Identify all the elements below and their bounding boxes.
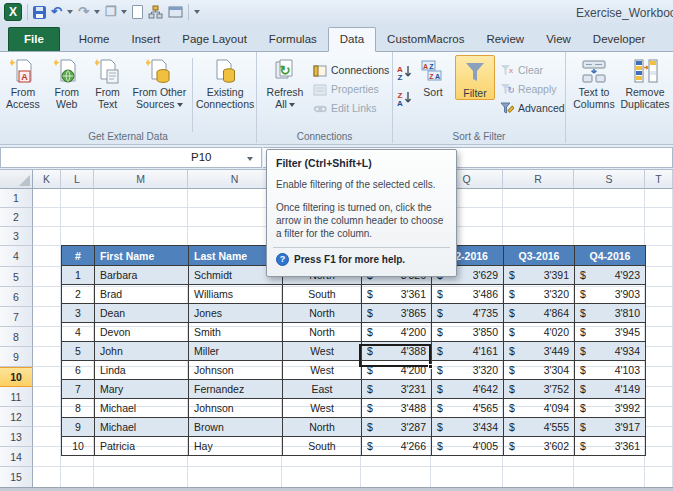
table-cell[interactable]: Williams <box>189 285 283 304</box>
table-cell[interactable]: Patricia <box>95 437 189 456</box>
cell-k14[interactable] <box>33 447 61 467</box>
tab-file[interactable]: File <box>8 27 60 51</box>
table-cell[interactable]: $4'161 <box>432 342 504 361</box>
horizontal-scrollbar-edge[interactable] <box>0 487 673 491</box>
table-cell[interactable]: Smith <box>189 323 283 342</box>
table-cell[interactable]: $3'361 <box>362 285 432 304</box>
org-chart-icon[interactable] <box>148 5 163 20</box>
from-access-button[interactable]: A From Access <box>0 55 46 110</box>
table-cell[interactable]: Linda <box>95 361 189 380</box>
table-cell[interactable]: John <box>95 342 189 361</box>
table-cell[interactable]: $3'810 <box>575 304 646 323</box>
table-cell[interactable]: Miller <box>189 342 283 361</box>
table-cell[interactable]: $3'850 <box>432 323 504 342</box>
table-cell[interactable]: South <box>283 437 362 456</box>
cell-t13[interactable] <box>645 427 673 447</box>
tab-custommacros[interactable]: CustomMacros <box>376 28 475 51</box>
existing-connections-button[interactable]: Existing Connections <box>194 55 256 110</box>
tab-page-layout[interactable]: Page Layout <box>171 28 258 51</box>
table-cell[interactable]: $4'005 <box>432 437 504 456</box>
cell-o15[interactable] <box>282 467 361 488</box>
cell-l1[interactable] <box>61 189 94 208</box>
row-header-13[interactable]: 13 <box>0 427 33 447</box>
cell-p15[interactable] <box>361 467 431 488</box>
cell-m15[interactable] <box>94 467 188 488</box>
table-cell[interactable]: East <box>283 380 362 399</box>
table-cell[interactable]: $3'391 <box>504 266 575 285</box>
table-cell[interactable]: $4'735 <box>432 304 504 323</box>
cell-t12[interactable] <box>645 407 673 427</box>
row-header-8[interactable]: 8 <box>0 327 33 347</box>
excel-logo-icon[interactable]: X <box>4 3 22 21</box>
table-cell[interactable]: $3'320 <box>504 285 575 304</box>
table-cell[interactable]: 3 <box>62 304 95 323</box>
table-cell[interactable]: $3'434 <box>432 418 504 437</box>
table-cell[interactable]: Jones <box>189 304 283 323</box>
row-header-9[interactable]: 9 <box>0 347 33 367</box>
table-cell[interactable]: $4'103 <box>575 361 646 380</box>
table-cell[interactable]: Fernandez <box>189 380 283 399</box>
table-cell[interactable]: $3'488 <box>362 399 432 418</box>
filter-button[interactable]: Filter <box>455 55 495 100</box>
from-other-sources-button[interactable]: From Other Sources <box>127 55 191 110</box>
tab-review[interactable]: Review <box>475 28 535 51</box>
reapply-filter-button[interactable]: ↻ Reapply <box>500 80 565 98</box>
table-cell[interactable]: 8 <box>62 399 95 418</box>
table-cell[interactable]: $3'361 <box>575 437 646 456</box>
table-cell[interactable]: $3'992 <box>575 399 646 418</box>
cell-t9[interactable] <box>645 347 673 367</box>
cell-k2[interactable] <box>33 208 61 227</box>
row-header-6[interactable]: 6 <box>0 287 33 307</box>
cell-r1[interactable] <box>503 189 574 208</box>
table-cell[interactable]: $3'287 <box>362 418 432 437</box>
table-cell[interactable]: North <box>283 304 362 323</box>
table-cell[interactable]: $3'231 <box>362 380 432 399</box>
cell-l2[interactable] <box>61 208 94 227</box>
cell-k7[interactable] <box>33 307 61 327</box>
cell-t11[interactable] <box>645 387 673 407</box>
row-header-5[interactable]: 5 <box>0 267 33 287</box>
table-cell[interactable]: $4'565 <box>432 399 504 418</box>
cell-t2[interactable] <box>645 208 673 227</box>
row-header-2[interactable]: 2 <box>0 208 33 227</box>
table-cell[interactable]: North <box>283 418 362 437</box>
table-cell[interactable]: $4'555 <box>504 418 575 437</box>
table-cell[interactable]: $4'266 <box>362 437 432 456</box>
from-text-button[interactable]: From Text <box>88 55 128 110</box>
connections-button[interactable]: Connections <box>313 61 389 79</box>
row-header-15[interactable]: 15 <box>0 467 33 488</box>
row-header-10[interactable]: 10 <box>0 367 33 387</box>
table-cell[interactable]: $3'304 <box>504 361 575 380</box>
cell-k10[interactable] <box>33 367 61 387</box>
table-cell[interactable]: $4'149 <box>575 380 646 399</box>
row-header-3[interactable]: 3 <box>0 227 33 246</box>
cell-t3[interactable] <box>645 227 673 246</box>
row-header-14[interactable]: 14 <box>0 447 33 467</box>
table-cell[interactable]: 10 <box>62 437 95 456</box>
customize-qat-icon[interactable] <box>194 10 200 14</box>
cell-s3[interactable] <box>574 227 645 246</box>
row-header-7[interactable]: 7 <box>0 307 33 327</box>
table-cell[interactable]: $3'320 <box>432 361 504 380</box>
cell-l3[interactable] <box>61 227 94 246</box>
new-file-icon[interactable] <box>132 5 143 19</box>
table-cell[interactable]: $4'864 <box>504 304 575 323</box>
table-cell[interactable]: Brown <box>189 418 283 437</box>
table-cell[interactable]: $4'388 <box>362 342 432 361</box>
switch-windows-icon[interactable] <box>168 6 183 19</box>
cell-q15[interactable] <box>431 467 503 488</box>
undo-dropdown-icon[interactable] <box>67 10 73 14</box>
name-box[interactable]: P10 <box>0 147 262 168</box>
column-header-t[interactable]: T <box>645 170 673 189</box>
table-cell[interactable]: $4'642 <box>432 380 504 399</box>
cell-r3[interactable] <box>503 227 574 246</box>
table-cell[interactable]: Devon <box>95 323 189 342</box>
table-cell[interactable]: $3'903 <box>575 285 646 304</box>
table-cell[interactable]: South <box>283 285 362 304</box>
table-cell[interactable]: $3'945 <box>575 323 646 342</box>
column-header-m[interactable]: M <box>94 170 188 189</box>
table-cell[interactable]: $4'020 <box>504 323 575 342</box>
cell-s15[interactable] <box>574 467 645 488</box>
table-cell[interactable]: Johnson <box>189 399 283 418</box>
cell-k12[interactable] <box>33 407 61 427</box>
